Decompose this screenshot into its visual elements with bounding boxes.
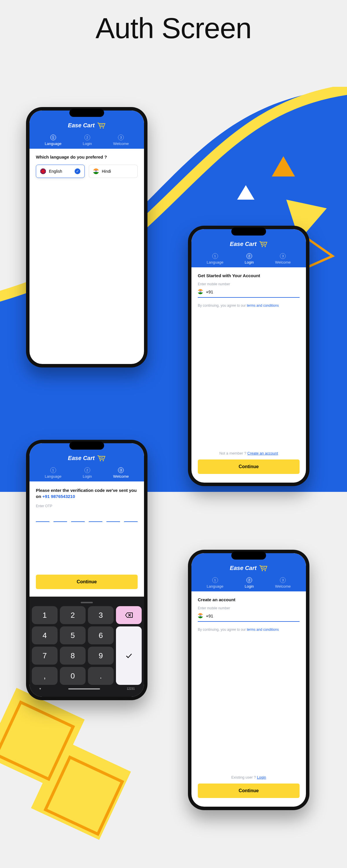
key-7[interactable]: 7 bbox=[32, 647, 58, 664]
language-option-english[interactable]: English ✓ bbox=[36, 165, 85, 178]
otp-phone-number: +91 9876543210 bbox=[42, 494, 75, 499]
step-language[interactable]: 1 Language bbox=[207, 253, 223, 265]
app-header: Ease Cart 1 Language 2 Login 3 Welcome bbox=[30, 111, 144, 149]
cart-icon bbox=[259, 565, 267, 571]
brand-text: Ease Cart bbox=[68, 122, 95, 129]
step-language[interactable]: 1 Language bbox=[207, 577, 223, 589]
key-done[interactable] bbox=[116, 626, 142, 685]
step-language[interactable]: 1 Language bbox=[45, 134, 62, 146]
svg-marker-0 bbox=[272, 156, 295, 177]
step-login[interactable]: 2 Login bbox=[245, 253, 254, 265]
brand-text: Ease Cart bbox=[68, 455, 95, 462]
key-5[interactable]: 5 bbox=[60, 626, 86, 644]
dial-code: +91 bbox=[206, 289, 213, 294]
mobile-input[interactable]: +91 bbox=[198, 613, 299, 622]
cart-icon bbox=[97, 455, 105, 462]
disclaimer: By continuing, you agree to our terms an… bbox=[198, 627, 299, 631]
keyboard-handle[interactable] bbox=[81, 602, 93, 603]
phone-signup: Ease Cart 1 Language 2 Login 3 Welcome bbox=[188, 550, 309, 810]
time-indicator: 12231 bbox=[127, 687, 135, 690]
key-3[interactable]: 3 bbox=[88, 606, 114, 624]
terms-link[interactable]: terms and conditions bbox=[247, 304, 279, 308]
key-2[interactable]: 2 bbox=[60, 606, 86, 624]
svg-point-14 bbox=[262, 570, 263, 571]
india-flag-icon bbox=[93, 168, 99, 174]
decor-triangle-white bbox=[237, 185, 254, 203]
otp-label: Enter OTP bbox=[36, 504, 138, 508]
stepper: 1 Language 2 Login 3 Welcome bbox=[34, 133, 139, 146]
decor-triangle-orange bbox=[272, 156, 295, 179]
app-header: Ease Cart 1 Language 2 Login 3 Welcome bbox=[191, 229, 306, 267]
step-login[interactable]: 2 Login bbox=[245, 577, 254, 589]
key-0[interactable]: 0 bbox=[60, 667, 86, 685]
mobile-label: Enter mobile number bbox=[198, 282, 299, 286]
check-icon: ✓ bbox=[74, 168, 81, 174]
key-8[interactable]: 8 bbox=[60, 647, 86, 664]
language-question: Which language do you prefered ? bbox=[36, 155, 138, 159]
svg-point-13 bbox=[103, 460, 104, 461]
brand-logo: Ease Cart bbox=[196, 565, 301, 571]
language-option-hindi[interactable]: Hindi bbox=[89, 165, 138, 178]
page-title: Auth Screen bbox=[0, 11, 347, 45]
otp-input[interactable] bbox=[36, 512, 138, 522]
brand-text: Ease Cart bbox=[230, 241, 256, 247]
step-welcome[interactable]: 3 Welcome bbox=[113, 134, 129, 146]
india-flag-icon bbox=[198, 613, 203, 618]
step-welcome[interactable]: 3 Welcome bbox=[275, 577, 291, 589]
signup-prompt: Not a member ? Create an account bbox=[198, 451, 299, 456]
svg-point-8 bbox=[100, 127, 101, 128]
stepper: 1 Language 2 Login 3 Welcome bbox=[196, 251, 301, 265]
brand-logo: Ease Cart bbox=[34, 455, 139, 462]
app-header: Ease Cart 1 Language 2 Login 3 Welcome bbox=[191, 553, 306, 591]
mobile-label: Enter mobile number bbox=[198, 606, 299, 610]
svg-point-11 bbox=[264, 246, 266, 247]
continue-button[interactable]: Continue bbox=[198, 460, 299, 474]
step-language[interactable]: 1 Language bbox=[45, 467, 62, 478]
continue-button[interactable]: Continue bbox=[198, 783, 299, 798]
login-prompt: Existing user ? Login bbox=[198, 775, 299, 779]
brand-logo: Ease Cart bbox=[34, 122, 139, 129]
login-title: Get Started with Your Account bbox=[198, 273, 299, 278]
key-9[interactable]: 9 bbox=[88, 647, 114, 664]
uk-flag-icon bbox=[40, 168, 46, 174]
phone-language: Ease Cart 1 Language 2 Login 3 Welcome bbox=[26, 107, 148, 368]
otp-instruction: Please enter the verification code we've… bbox=[36, 487, 138, 499]
key-4[interactable]: 4 bbox=[32, 626, 58, 644]
india-flag-icon bbox=[198, 289, 203, 294]
dial-code: +91 bbox=[206, 613, 213, 618]
disclaimer: By continuing, you agree to our terms an… bbox=[198, 304, 299, 308]
continue-button[interactable]: Continue bbox=[36, 575, 138, 589]
step-welcome[interactable]: 3 Welcome bbox=[113, 467, 129, 478]
key-1[interactable]: 1 bbox=[32, 606, 58, 624]
mobile-input[interactable]: +91 bbox=[198, 289, 299, 298]
stepper: 1 Language 2 Login 3 Welcome bbox=[34, 466, 139, 478]
create-account-link[interactable]: Create an account bbox=[247, 451, 278, 456]
login-link[interactable]: Login bbox=[257, 775, 266, 779]
brand-logo: Ease Cart bbox=[196, 241, 301, 247]
step-login[interactable]: 2 Login bbox=[83, 134, 92, 146]
numeric-keypad: 1 2 3 4 5 6 7 8 9 , 0 . ▼ bbox=[30, 597, 144, 697]
home-indicator[interactable] bbox=[68, 688, 100, 689]
svg-point-12 bbox=[100, 460, 101, 461]
svg-point-10 bbox=[262, 246, 263, 247]
terms-link[interactable]: terms and conditions bbox=[247, 627, 279, 631]
cart-icon bbox=[97, 122, 105, 129]
step-login[interactable]: 2 Login bbox=[83, 467, 92, 478]
key-comma[interactable]: , bbox=[32, 667, 58, 685]
phone-login: Ease Cart 1 Language 2 Login 3 Welcome bbox=[188, 226, 309, 486]
app-header: Ease Cart 1 Language 2 Login 3 Welcome bbox=[30, 443, 144, 482]
svg-marker-2 bbox=[237, 185, 254, 199]
phone-otp: Ease Cart 1 Language 2 Login 3 Welcome bbox=[26, 440, 148, 700]
key-6[interactable]: 6 bbox=[88, 626, 114, 644]
key-dot[interactable]: . bbox=[88, 667, 114, 685]
key-backspace[interactable] bbox=[116, 606, 142, 624]
signup-title: Create an account bbox=[198, 597, 299, 602]
stepper: 1 Language 2 Login 3 Welcome bbox=[196, 576, 301, 589]
svg-point-9 bbox=[103, 127, 104, 128]
keyboard-collapse-icon[interactable]: ▼ bbox=[39, 687, 42, 690]
step-welcome[interactable]: 3 Welcome bbox=[275, 253, 291, 265]
cart-icon bbox=[259, 241, 267, 247]
svg-point-15 bbox=[264, 570, 266, 571]
brand-text: Ease Cart bbox=[230, 565, 256, 571]
